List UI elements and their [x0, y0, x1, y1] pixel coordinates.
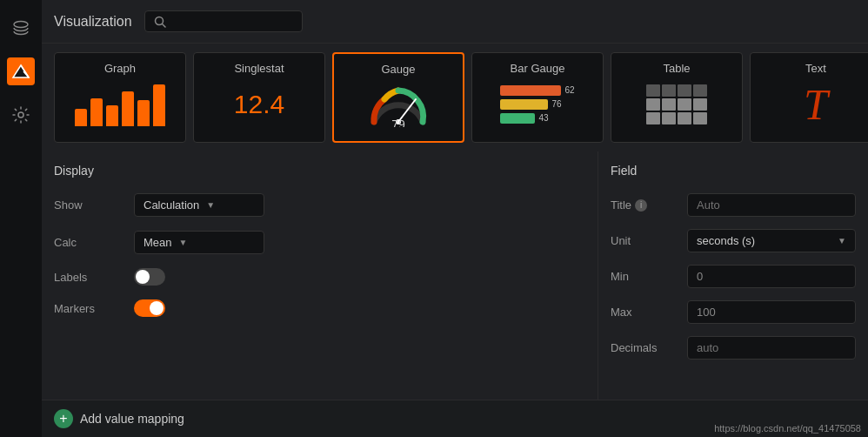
labels-label: Labels — [54, 271, 124, 284]
unit-row: Unit seconds (s) ▼ — [611, 229, 856, 252]
title-input[interactable] — [687, 193, 856, 217]
calc-arrow-icon: ▼ — [179, 238, 188, 247]
min-field-label: Min — [611, 270, 680, 283]
show-value: Calculation — [144, 198, 199, 212]
tc-r1c2 — [662, 98, 676, 111]
calc-dropdown[interactable]: Mean ▼ — [134, 231, 264, 254]
graph-bars — [75, 83, 165, 126]
gauge-content: 79 — [367, 76, 430, 132]
markers-label: Markers — [54, 302, 124, 315]
markers-toggle-knob — [150, 301, 164, 315]
viz-card-gauge[interactable]: Gauge 79 — [332, 52, 464, 143]
tc-h2 — [662, 84, 676, 97]
tc-h4 — [693, 84, 707, 97]
unit-value: seconds (s) — [697, 234, 832, 247]
bargauge-row-1: 76 — [500, 99, 574, 110]
viz-card-table[interactable]: Table — [611, 52, 743, 143]
bar-6 — [153, 84, 165, 126]
main-content: Visualization Graph — [42, 0, 868, 437]
viz-card-singlestat[interactable]: Singlestat 12.4 — [193, 52, 325, 143]
viz-title: Visualization — [54, 14, 132, 30]
viz-card-singlestat-label: Singlestat — [234, 62, 284, 75]
title-row: Title i — [611, 193, 856, 217]
top-bar: Visualization — [42, 0, 868, 44]
show-dropdown[interactable]: Calculation ▼ — [134, 193, 264, 217]
bar-3 — [106, 105, 118, 126]
markers-toggle[interactable] — [134, 299, 165, 317]
table-viz — [646, 84, 707, 124]
bargauge-bar-2 — [500, 113, 535, 124]
bar-1 — [75, 109, 87, 126]
calc-row: Calc Mean ▼ — [54, 231, 585, 254]
field-title: Field — [611, 164, 856, 178]
tc-r2c3 — [678, 112, 691, 124]
sidebar-chart-icon[interactable] — [7, 57, 35, 85]
tc-h3 — [678, 84, 691, 97]
tc-r2c1 — [646, 112, 660, 124]
bar-5 — [137, 100, 150, 126]
labels-toggle-knob — [136, 270, 150, 284]
sidebar-gear-icon[interactable] — [7, 101, 35, 129]
viz-card-text-label: Text — [805, 62, 826, 75]
viz-card-bargauge[interactable]: Bar Gauge 62 76 43 — [471, 52, 604, 143]
svg-point-4 — [18, 112, 23, 118]
viz-card-bargauge-label: Bar Gauge — [511, 62, 565, 75]
text-viz-content: T — [804, 75, 828, 133]
max-input[interactable] — [687, 300, 856, 324]
tc-r1c3 — [678, 98, 691, 111]
bargauge-bar-1 — [500, 99, 548, 110]
content-area: Display Show Calculation ▼ Calc Mean ▼ L… — [42, 151, 868, 400]
min-row: Min — [611, 265, 856, 288]
tc-r1c1 — [646, 98, 660, 111]
bargauge-row-2: 43 — [500, 113, 574, 124]
tc-r1c4 — [693, 98, 707, 111]
bargauge-bar-0 — [500, 85, 561, 96]
gauge-svg: 79 — [367, 82, 430, 127]
tc-r2c2 — [662, 112, 676, 124]
unit-arrow-icon: ▼ — [838, 236, 846, 245]
viz-card-text[interactable]: Text T — [750, 52, 868, 143]
title-label-text: Title — [611, 198, 631, 212]
calc-label: Calc — [54, 236, 124, 249]
svg-point-0 — [14, 22, 28, 28]
display-panel: Display Show Calculation ▼ Calc Mean ▼ L… — [42, 151, 598, 400]
singlestat-content: 12.4 — [234, 75, 284, 133]
bargauge-row-0: 62 — [500, 85, 574, 96]
calc-value: Mean — [144, 236, 172, 249]
show-arrow-icon: ▼ — [206, 200, 215, 210]
viz-card-table-label: Table — [663, 62, 690, 75]
search-input[interactable] — [171, 15, 293, 28]
title-info-icon[interactable]: i — [635, 199, 647, 212]
show-label: Show — [54, 198, 124, 212]
decimals-field-label: Decimals — [611, 341, 680, 354]
labels-row: Labels — [54, 268, 585, 286]
graph-bars-container — [75, 75, 165, 133]
svg-text:79: 79 — [391, 118, 405, 127]
unit-field-label: Unit — [611, 234, 680, 247]
labels-toggle[interactable] — [134, 268, 165, 286]
field-panel: Field Title i Unit seconds (s) ▼ Min — [598, 151, 868, 400]
search-icon — [154, 16, 166, 28]
markers-row: Markers — [54, 299, 585, 317]
plus-icon: + — [54, 409, 73, 428]
text-viz-icon: T — [804, 83, 828, 126]
bargauge-val-0: 62 — [564, 85, 574, 95]
singlestat-value: 12.4 — [234, 90, 284, 119]
search-box[interactable] — [144, 10, 303, 32]
min-input[interactable] — [687, 265, 856, 288]
tc-r2c4 — [693, 112, 707, 124]
max-field-label: Max — [611, 306, 680, 319]
viz-cards-row: Graph Singlestat 12.4 Gauge — [42, 44, 868, 151]
bar-4 — [122, 91, 134, 126]
max-row: Max — [611, 300, 856, 324]
bargauge-bars: 62 76 43 — [500, 85, 574, 124]
sidebar-layers-icon[interactable] — [7, 14, 35, 42]
bargauge-val-1: 76 — [551, 99, 561, 109]
svg-line-6 — [162, 24, 165, 27]
watermark: https://blog.csdn.net/qq_41475058 — [714, 423, 861, 434]
viz-card-graph[interactable]: Graph — [54, 52, 186, 143]
decimals-input[interactable] — [687, 336, 856, 360]
unit-dropdown[interactable]: seconds (s) ▼ — [687, 229, 856, 252]
title-field-label: Title i — [611, 198, 680, 212]
show-row: Show Calculation ▼ — [54, 193, 585, 217]
